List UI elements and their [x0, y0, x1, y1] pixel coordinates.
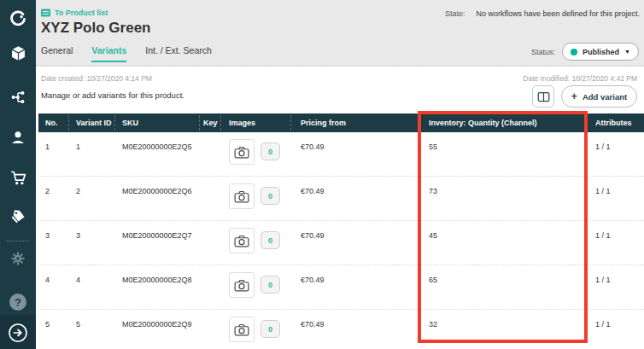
cell-sku: M0E20000000E2Q8: [122, 276, 192, 284]
col-header-sku: SKU: [122, 113, 138, 132]
cell-inventory: 55: [429, 143, 437, 151]
table-body: 1 1 M0E20000000E2Q5 0 €70.49 55 1 / 1 2 …: [38, 132, 644, 349]
plus-icon: +: [571, 91, 577, 102]
orders-icon[interactable]: [0, 166, 36, 189]
state-value: No workflows have been defined for this …: [476, 9, 640, 18]
col-header-variant-id: Variant ID: [76, 113, 112, 132]
header-divider: [290, 115, 291, 131]
cell-inventory: 32: [429, 320, 437, 329]
discounts-icon[interactable]: [0, 206, 36, 228]
camera-icon: [234, 279, 249, 292]
cell-inventory: 65: [429, 276, 437, 284]
cell-sku: M0E20000000E2Q6: [122, 187, 192, 195]
column-settings-button[interactable]: [532, 85, 554, 108]
status-value: Published: [583, 48, 619, 56]
image-count-badge: 0: [261, 187, 280, 205]
cell-attributes: 1 / 1: [595, 231, 611, 240]
cell-inventory: 73: [429, 187, 437, 195]
image-count-badge: 0: [261, 143, 280, 160]
add-image-button[interactable]: [229, 317, 255, 342]
products-icon[interactable]: [0, 42, 36, 64]
cell-variant-id: 5: [76, 320, 80, 329]
add-variant-button[interactable]: + Add variant: [561, 85, 637, 108]
add-image-button[interactable]: [229, 183, 255, 209]
add-image-button[interactable]: [229, 139, 255, 165]
columns-icon: [537, 91, 550, 102]
cell-no: 4: [45, 276, 50, 284]
cell-sku: M0E20000000E2Q9: [122, 320, 192, 329]
variant-table-row[interactable]: 5 5 M0E20000000E2Q9 0 €70.49 32 1 / 1: [38, 310, 644, 349]
back-link-label: To Product list: [55, 9, 108, 17]
cell-attributes: 1 / 1: [595, 187, 611, 195]
col-header-key: Key: [203, 113, 218, 132]
variant-table-row[interactable]: 4 4 M0E20000000E2Q8 0 €70.49 65 1 / 1: [38, 265, 644, 310]
add-image-button[interactable]: [229, 272, 255, 298]
cell-variant-id: 3: [76, 231, 80, 240]
sidebar: ?: [0, 0, 36, 349]
image-count-badge: 0: [261, 231, 280, 249]
cell-attributes: 1 / 1: [595, 143, 611, 151]
cell-pricing: €70.49: [301, 187, 325, 195]
published-status-dot-icon: [571, 49, 577, 55]
cell-pricing: €70.49: [301, 143, 325, 151]
cell-sku: M0E20000000E2Q5: [122, 143, 192, 151]
status-row: Status: Published ▼: [531, 43, 639, 61]
col-header-no: No.: [45, 113, 58, 132]
page-header: To Product list XYZ Polo Green General V…: [36, 0, 644, 67]
variant-table-row[interactable]: 2 2 M0E20000000E2Q6 0 €70.49 73 1 / 1: [38, 177, 644, 221]
cell-attributes: 1 / 1: [595, 320, 611, 329]
settings-gear-icon[interactable]: [0, 247, 36, 270]
table-header: No. Variant ID SKU Key Images Pricing fr…: [38, 113, 644, 132]
sidebar-footer: [0, 315, 36, 349]
header-divider: [419, 115, 420, 131]
chevron-down-icon: ▼: [624, 49, 630, 55]
header-divider: [114, 115, 115, 131]
customers-icon[interactable]: [0, 126, 36, 148]
header-divider: [587, 115, 588, 131]
back-to-product-list-link[interactable]: To Product list: [41, 9, 108, 17]
camera-icon: [234, 190, 249, 203]
support-icon[interactable]: ?: [0, 291, 36, 313]
status-label: Status:: [531, 48, 555, 56]
variants-description: Manage or add variants for this product.: [41, 90, 184, 100]
tab-general[interactable]: General: [41, 45, 73, 62]
header-divider: [220, 115, 221, 131]
header-divider: [199, 115, 200, 131]
camera-icon: [234, 146, 249, 159]
sidebar-divider: [7, 241, 29, 241]
camera-icon: [234, 235, 249, 247]
cell-no: 3: [45, 231, 50, 240]
cell-no: 2: [45, 187, 50, 195]
cell-no: 5: [45, 320, 50, 329]
tab-variants[interactable]: Variants: [91, 45, 126, 62]
logo-icon[interactable]: [0, 7, 36, 29]
variant-table-row[interactable]: 3 3 M0E20000000E2Q7 0 €70.49 45 1 / 1: [38, 221, 644, 265]
image-count-badge: 0: [261, 276, 280, 294]
variant-table-row[interactable]: 1 1 M0E20000000E2Q5 0 €70.49 55 1 / 1: [38, 132, 644, 177]
page-title: XYZ Polo Green: [41, 20, 150, 37]
header-divider: [68, 115, 69, 131]
cell-variant-id: 1: [76, 143, 80, 151]
image-count-badge: 0: [261, 320, 280, 338]
state-label: State:: [445, 9, 465, 18]
date-created: Date created: 10/27/2020 4:14 PM: [41, 74, 152, 83]
expand-arrow-icon[interactable]: [0, 322, 36, 344]
status-dropdown[interactable]: Published ▼: [562, 43, 639, 61]
cell-pricing: €70.49: [301, 231, 325, 240]
cell-pricing: €70.49: [301, 320, 325, 329]
cell-sku: M0E20000000E2Q7: [122, 231, 192, 240]
tab-bar: General Variants Int. / Ext. Search: [41, 45, 212, 62]
list-icon: [41, 9, 50, 17]
workflow-state: State: No workflows have been defined fo…: [445, 9, 640, 18]
date-modified: Date modified: 10/27/2020 4:42 PM: [523, 74, 637, 83]
add-image-button[interactable]: [229, 228, 255, 253]
categories-icon[interactable]: [0, 86, 36, 108]
cell-pricing: €70.49: [301, 276, 325, 284]
cell-no: 1: [45, 143, 50, 151]
col-header-images: Images: [229, 113, 255, 132]
cell-variant-id: 4: [76, 276, 80, 284]
tab-int-ext-search[interactable]: Int. / Ext. Search: [145, 45, 212, 62]
col-header-attributes: Attributes: [595, 113, 632, 132]
add-variant-label: Add variant: [583, 92, 627, 102]
cell-variant-id: 2: [76, 187, 80, 195]
